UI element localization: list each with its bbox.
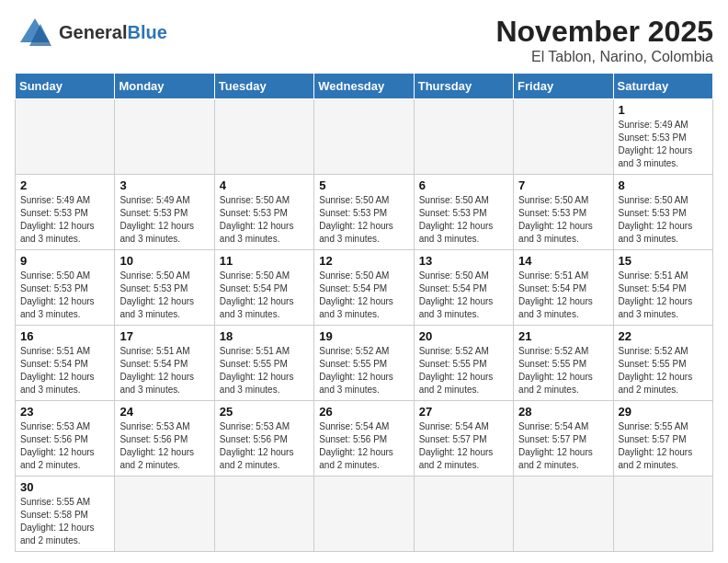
calendar-cell: 4Sunrise: 5:50 AM Sunset: 5:53 PM Daylig… — [214, 175, 313, 250]
calendar-cell: 15Sunrise: 5:51 AM Sunset: 5:54 PM Dayli… — [613, 250, 712, 326]
calendar-cell: 12Sunrise: 5:50 AM Sunset: 5:54 PM Dayli… — [314, 250, 414, 326]
day-number: 16 — [20, 329, 109, 343]
day-number: 9 — [20, 254, 109, 268]
day-number: 21 — [518, 329, 608, 343]
calendar-cell: 6Sunrise: 5:50 AM Sunset: 5:53 PM Daylig… — [414, 175, 513, 250]
day-info: Sunrise: 5:50 AM Sunset: 5:53 PM Dayligh… — [518, 194, 608, 246]
calendar-cell — [514, 477, 613, 552]
day-info: Sunrise: 5:52 AM Sunset: 5:55 PM Dayligh… — [319, 345, 408, 396]
calendar-cell: 30Sunrise: 5:55 AM Sunset: 5:58 PM Dayli… — [16, 477, 115, 552]
calendar-cell: 21Sunrise: 5:52 AM Sunset: 5:55 PM Dayli… — [514, 326, 613, 401]
calendar-cell: 28Sunrise: 5:54 AM Sunset: 5:57 PM Dayli… — [514, 401, 613, 477]
month-title: November 2025 — [495, 15, 713, 49]
week-row-6: 30Sunrise: 5:55 AM Sunset: 5:58 PM Dayli… — [16, 477, 713, 552]
day-number: 13 — [419, 254, 508, 268]
calendar-cell: 9Sunrise: 5:50 AM Sunset: 5:53 PM Daylig… — [16, 250, 115, 326]
day-number: 28 — [518, 405, 608, 419]
day-number: 27 — [419, 405, 508, 419]
calendar: SundayMondayTuesdayWednesdayThursdayFrid… — [15, 73, 713, 552]
day-number: 15 — [619, 254, 708, 268]
calendar-cell: 29Sunrise: 5:55 AM Sunset: 5:57 PM Dayli… — [613, 401, 712, 477]
day-number: 11 — [220, 254, 309, 268]
calendar-cell: 8Sunrise: 5:50 AM Sunset: 5:53 PM Daylig… — [613, 175, 712, 250]
day-info: Sunrise: 5:49 AM Sunset: 5:53 PM Dayligh… — [20, 194, 109, 246]
day-number: 30 — [20, 480, 109, 494]
day-info: Sunrise: 5:50 AM Sunset: 5:53 PM Dayligh… — [20, 270, 109, 321]
calendar-cell — [414, 477, 513, 552]
calendar-cell: 24Sunrise: 5:53 AM Sunset: 5:56 PM Dayli… — [115, 401, 214, 477]
weekday-header-sunday: Sunday — [16, 74, 115, 99]
day-number: 7 — [518, 178, 608, 192]
day-info: Sunrise: 5:50 AM Sunset: 5:53 PM Dayligh… — [619, 194, 708, 246]
day-info: Sunrise: 5:52 AM Sunset: 5:55 PM Dayligh… — [619, 345, 708, 396]
weekday-header-tuesday: Tuesday — [214, 74, 313, 99]
calendar-cell: 1Sunrise: 5:49 AM Sunset: 5:53 PM Daylig… — [613, 99, 712, 175]
weekday-header-wednesday: Wednesday — [314, 74, 414, 99]
calendar-cell: 13Sunrise: 5:50 AM Sunset: 5:54 PM Dayli… — [414, 250, 513, 326]
day-info: Sunrise: 5:54 AM Sunset: 5:57 PM Dayligh… — [419, 420, 508, 472]
day-number: 2 — [20, 178, 109, 192]
calendar-cell — [613, 477, 712, 552]
logo-text: GeneralBlue — [59, 22, 167, 43]
day-number: 3 — [119, 178, 209, 192]
calendar-cell — [514, 99, 613, 175]
day-number: 5 — [319, 178, 408, 192]
day-number: 17 — [119, 329, 209, 343]
day-number: 12 — [319, 254, 408, 268]
weekday-header-saturday: Saturday — [613, 74, 712, 99]
week-row-1: 1Sunrise: 5:49 AM Sunset: 5:53 PM Daylig… — [16, 99, 713, 175]
day-number: 26 — [319, 405, 408, 419]
calendar-cell: 23Sunrise: 5:53 AM Sunset: 5:56 PM Dayli… — [16, 401, 115, 477]
weekday-header-thursday: Thursday — [414, 74, 513, 99]
calendar-cell — [314, 99, 414, 175]
day-number: 10 — [119, 254, 209, 268]
header: GeneralBlue November 2025 El Tablon, Nar… — [15, 15, 713, 65]
day-number: 6 — [419, 178, 508, 192]
day-number: 23 — [20, 405, 109, 419]
weekday-header-row: SundayMondayTuesdayWednesdayThursdayFrid… — [16, 74, 713, 99]
day-number: 24 — [119, 405, 209, 419]
day-info: Sunrise: 5:51 AM Sunset: 5:55 PM Dayligh… — [220, 345, 309, 396]
calendar-cell: 26Sunrise: 5:54 AM Sunset: 5:56 PM Dayli… — [314, 401, 414, 477]
day-info: Sunrise: 5:53 AM Sunset: 5:56 PM Dayligh… — [119, 420, 209, 472]
logo: GeneralBlue — [15, 15, 167, 50]
day-number: 29 — [619, 405, 708, 419]
day-info: Sunrise: 5:50 AM Sunset: 5:53 PM Dayligh… — [119, 270, 209, 321]
calendar-cell — [115, 477, 214, 552]
calendar-cell — [214, 99, 313, 175]
day-info: Sunrise: 5:53 AM Sunset: 5:56 PM Dayligh… — [220, 420, 309, 472]
day-number: 25 — [220, 405, 309, 419]
calendar-cell: 7Sunrise: 5:50 AM Sunset: 5:53 PM Daylig… — [514, 175, 613, 250]
day-info: Sunrise: 5:49 AM Sunset: 5:53 PM Dayligh… — [119, 194, 209, 246]
day-info: Sunrise: 5:51 AM Sunset: 5:54 PM Dayligh… — [518, 270, 608, 321]
day-info: Sunrise: 5:52 AM Sunset: 5:55 PM Dayligh… — [419, 345, 508, 396]
weekday-header-friday: Friday — [514, 74, 613, 99]
day-info: Sunrise: 5:50 AM Sunset: 5:53 PM Dayligh… — [419, 194, 508, 246]
calendar-cell: 22Sunrise: 5:52 AM Sunset: 5:55 PM Dayli… — [613, 326, 712, 401]
calendar-cell: 11Sunrise: 5:50 AM Sunset: 5:54 PM Dayli… — [214, 250, 313, 326]
day-info: Sunrise: 5:50 AM Sunset: 5:54 PM Dayligh… — [220, 270, 309, 321]
calendar-cell: 14Sunrise: 5:51 AM Sunset: 5:54 PM Dayli… — [514, 250, 613, 326]
day-info: Sunrise: 5:50 AM Sunset: 5:53 PM Dayligh… — [220, 194, 309, 246]
calendar-cell: 25Sunrise: 5:53 AM Sunset: 5:56 PM Dayli… — [214, 401, 313, 477]
calendar-cell — [16, 99, 115, 175]
calendar-cell: 19Sunrise: 5:52 AM Sunset: 5:55 PM Dayli… — [314, 326, 414, 401]
day-info: Sunrise: 5:50 AM Sunset: 5:53 PM Dayligh… — [319, 194, 408, 246]
day-number: 18 — [220, 329, 309, 343]
day-number: 14 — [518, 254, 608, 268]
week-row-3: 9Sunrise: 5:50 AM Sunset: 5:53 PM Daylig… — [16, 250, 713, 326]
week-row-4: 16Sunrise: 5:51 AM Sunset: 5:54 PM Dayli… — [16, 326, 713, 401]
day-info: Sunrise: 5:51 AM Sunset: 5:54 PM Dayligh… — [20, 345, 109, 396]
calendar-cell: 10Sunrise: 5:50 AM Sunset: 5:53 PM Dayli… — [115, 250, 214, 326]
calendar-cell: 5Sunrise: 5:50 AM Sunset: 5:53 PM Daylig… — [314, 175, 414, 250]
day-info: Sunrise: 5:52 AM Sunset: 5:55 PM Dayligh… — [518, 345, 608, 396]
week-row-5: 23Sunrise: 5:53 AM Sunset: 5:56 PM Dayli… — [16, 401, 713, 477]
day-info: Sunrise: 5:53 AM Sunset: 5:56 PM Dayligh… — [20, 420, 109, 472]
weekday-header-monday: Monday — [115, 74, 214, 99]
day-number: 20 — [419, 329, 508, 343]
title-block: November 2025 El Tablon, Narino, Colombi… — [495, 15, 713, 65]
calendar-cell: 27Sunrise: 5:54 AM Sunset: 5:57 PM Dayli… — [414, 401, 513, 477]
calendar-cell — [414, 99, 513, 175]
day-number: 1 — [619, 103, 708, 117]
day-number: 19 — [319, 329, 408, 343]
